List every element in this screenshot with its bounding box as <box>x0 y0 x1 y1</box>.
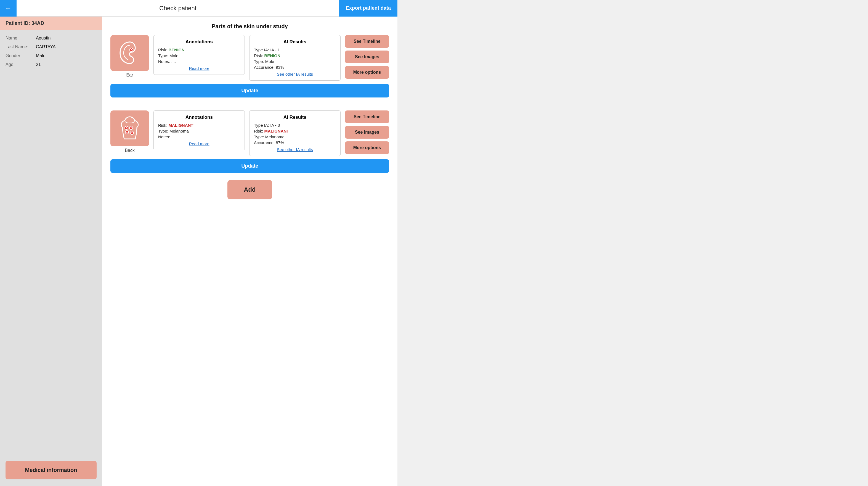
ear-label: Ear <box>126 72 133 78</box>
back-ai-risk-row: Risk: MALIGNANT <box>254 129 336 133</box>
section-title: Parts of the skin under study <box>111 23 389 30</box>
age-value: 21 <box>36 62 41 67</box>
back-see-other-ia-link[interactable]: See other IA results <box>254 147 336 152</box>
back-ai-title: AI Results <box>254 115 336 120</box>
patient-id-value: 34AD <box>31 21 44 26</box>
back-ai-type-row: Type: Melanoma <box>254 134 336 139</box>
ear-ai-title: AI Results <box>254 39 336 45</box>
ear-ai-accurance-row: Accurance: 93% <box>254 65 336 69</box>
ear-update-button[interactable]: Update <box>111 84 389 97</box>
patient-id-label: Patient ID: <box>5 21 31 26</box>
gender-label: Gender <box>5 53 36 58</box>
back-svg <box>116 115 144 142</box>
back-label: Back <box>125 148 135 153</box>
back-notes-row: Notes: .... <box>158 134 240 139</box>
ear-ai-box: AI Results Type IA: IA - 1 Risk: BENIGN … <box>249 35 341 81</box>
study-item-back: Back Annotations Risk: MALIGNANT Type: M… <box>111 111 389 175</box>
age-label: Age <box>5 62 36 67</box>
info-row-lastname: Last Name: CARTAYA <box>5 44 97 50</box>
ear-ai-risk-row: Risk: BENIGN <box>254 53 336 58</box>
main-layout: Patient ID: 34AD Name: Agustin Last Name… <box>0 17 397 486</box>
lastname-label: Last Name: <box>5 44 36 50</box>
info-row-gender: Gender Male <box>5 53 97 58</box>
content-area: Parts of the skin under study <box>102 17 397 486</box>
ear-see-timeline-button[interactable]: See Timeline <box>345 35 389 48</box>
ear-side-buttons: See Timeline See Images More options <box>345 35 389 79</box>
back-side-buttons: See Timeline See Images More options <box>345 111 389 154</box>
page-title: Check patient <box>17 5 339 12</box>
header: ← Check patient Export patient data <box>0 0 397 17</box>
gender-value: Male <box>36 53 45 58</box>
svg-point-8 <box>130 127 132 128</box>
back-annotations-title: Annotations <box>158 115 240 120</box>
back-update-button[interactable]: Update <box>111 159 389 173</box>
back-read-more-link[interactable]: Read more <box>158 141 240 146</box>
ear-ai-type-row: Type: Mole <box>254 59 336 64</box>
info-row-age: Age 21 <box>5 62 97 67</box>
ear-ai-type-ia: Type IA: IA - 1 <box>254 48 336 52</box>
back-ai-risk-value: MALIGNANT <box>265 129 289 133</box>
medical-info-button[interactable]: Medical information <box>5 461 97 479</box>
svg-point-5 <box>126 127 127 128</box>
back-ai-type-ia: Type IA: IA - 3 <box>254 123 336 128</box>
ear-ai-risk-value: BENIGN <box>265 53 280 58</box>
ear-risk-row: Risk: BENIGN <box>158 48 240 52</box>
ear-read-more-link[interactable]: Read more <box>158 66 240 71</box>
ear-annotations-box: Annotations Risk: BENIGN Type: Mole Note… <box>153 35 245 75</box>
study-item-ear: Ear Annotations Risk: BENIGN Type: Mole … <box>111 35 389 99</box>
back-more-options-button[interactable]: More options <box>345 141 389 154</box>
ear-icon-container <box>111 35 149 71</box>
patient-info: Name: Agustin Last Name: CARTAYA Gender … <box>0 30 102 461</box>
back-see-timeline-button[interactable]: See Timeline <box>345 111 389 123</box>
ear-see-other-ia-link[interactable]: See other IA results <box>254 72 336 77</box>
back-icon-container <box>111 111 149 146</box>
lastname-value: CARTAYA <box>36 44 56 50</box>
study-row-back: Back Annotations Risk: MALIGNANT Type: M… <box>111 111 389 156</box>
patient-id-bar: Patient ID: 34AD <box>0 17 102 30</box>
ear-risk-value: BENIGN <box>168 48 185 52</box>
back-type-row: Type: Melanoma <box>158 129 240 133</box>
info-row-name: Name: Agustin <box>5 36 97 40</box>
ear-see-images-button[interactable]: See Images <box>345 51 389 63</box>
body-part-ear: Ear <box>111 35 149 78</box>
ear-more-options-button[interactable]: More options <box>345 66 389 79</box>
svg-point-14 <box>131 132 132 133</box>
back-ai-accurance-row: Accurance: 87% <box>254 140 336 145</box>
ear-annotations-title: Annotations <box>158 39 240 45</box>
back-see-images-button[interactable]: See Images <box>345 126 389 139</box>
add-button[interactable]: Add <box>227 180 272 200</box>
body-part-back: Back <box>111 111 149 153</box>
back-button[interactable]: ← <box>0 0 17 17</box>
ear-notes-row: Notes: .... <box>158 59 240 64</box>
back-risk-value: MALIGNANT <box>168 123 193 128</box>
ear-svg <box>116 39 144 67</box>
sidebar: Patient ID: 34AD Name: Agustin Last Name… <box>0 17 102 486</box>
name-label: Name: <box>5 36 36 40</box>
name-value: Agustin <box>36 36 51 40</box>
svg-point-11 <box>126 132 127 133</box>
ear-type-row: Type: Mole <box>158 53 240 58</box>
study-row-ear: Ear Annotations Risk: BENIGN Type: Mole … <box>111 35 389 81</box>
back-risk-row: Risk: MALIGNANT <box>158 123 240 128</box>
back-annotations-box: Annotations Risk: MALIGNANT Type: Melano… <box>153 111 245 150</box>
back-arrow-icon: ← <box>5 4 11 12</box>
back-ai-box: AI Results Type IA: IA - 3 Risk: MALIGNA… <box>249 111 341 156</box>
export-button[interactable]: Export patient data <box>339 0 397 17</box>
svg-point-2 <box>131 49 132 50</box>
